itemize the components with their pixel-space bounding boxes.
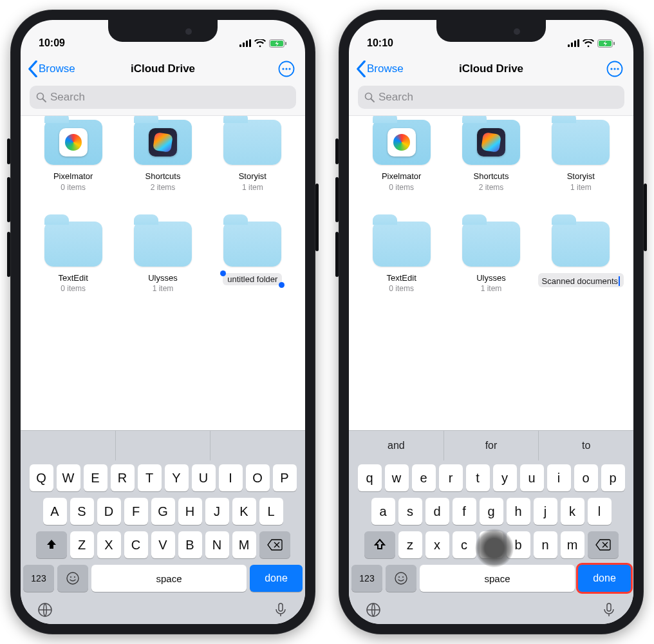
folder-grid[interactable]: Pixelmator 0 items Shortcuts 2 items Sto… [21, 115, 305, 430]
space-key[interactable]: space [420, 565, 575, 592]
key-j[interactable]: J [205, 498, 229, 525]
key-t[interactable]: t [466, 464, 490, 491]
key-x[interactable]: x [425, 531, 449, 558]
numbers-key[interactable]: 123 [351, 565, 382, 592]
folder-item[interactable]: Storyist 1 item [208, 120, 297, 192]
key-q[interactable]: q [358, 464, 382, 491]
key-v[interactable]: V [151, 531, 175, 558]
delete-key[interactable] [259, 531, 290, 558]
key-a[interactable]: a [371, 498, 395, 525]
key-o[interactable]: O [246, 464, 270, 491]
key-e[interactable]: e [412, 464, 436, 491]
globe-icon[interactable] [366, 602, 381, 620]
key-f[interactable]: f [453, 498, 476, 525]
key-o[interactable]: o [574, 464, 598, 491]
key-m[interactable]: m [561, 531, 584, 558]
key-k[interactable]: k [561, 498, 584, 525]
key-e[interactable]: E [84, 464, 107, 491]
key-k[interactable]: K [232, 498, 256, 525]
folder-item[interactable]: TextEdit 0 items [28, 222, 118, 294]
key-i[interactable]: I [219, 464, 243, 491]
folder-item[interactable]: Ulysses 1 item [446, 222, 536, 294]
folder-item[interactable]: Ulysses 1 item [118, 222, 207, 294]
folder-item[interactable]: Shortcuts 2 items [446, 120, 536, 192]
key-n[interactable]: N [205, 531, 229, 558]
delete-key[interactable] [588, 531, 619, 558]
key-x[interactable]: X [97, 531, 121, 558]
key-r[interactable]: R [111, 464, 135, 491]
key-b[interactable]: B [178, 531, 202, 558]
done-key[interactable]: done [250, 565, 303, 592]
folder-item[interactable]: Shortcuts 2 items [118, 120, 207, 192]
emoji-key[interactable] [57, 565, 88, 592]
suggestion[interactable] [21, 431, 116, 460]
key-u[interactable]: U [192, 464, 216, 491]
search-input[interactable]: Search [30, 86, 296, 109]
key-d[interactable]: D [97, 498, 121, 525]
folder-item[interactable]: Storyist 1 item [536, 120, 626, 192]
key-d[interactable]: d [425, 498, 449, 525]
folder-icon [44, 222, 102, 267]
suggestion[interactable]: to [539, 431, 633, 460]
suggestion[interactable] [116, 431, 211, 460]
back-button[interactable]: Browse [354, 58, 405, 80]
suggestion[interactable]: and [349, 431, 444, 460]
key-q[interactable]: Q [30, 464, 53, 491]
folder-grid[interactable]: Pixelmator 0 items Shortcuts 2 items Sto… [349, 115, 633, 430]
key-p[interactable]: p [601, 464, 625, 491]
search-input[interactable]: Search [358, 86, 624, 109]
key-h[interactable]: H [178, 498, 202, 525]
folder-meta: 2 items [151, 183, 176, 192]
key-g[interactable]: G [151, 498, 175, 525]
space-key[interactable]: space [91, 565, 247, 592]
globe-icon[interactable] [37, 602, 53, 620]
key-p[interactable]: P [273, 464, 297, 491]
key-l[interactable]: L [259, 498, 283, 525]
emoji-key[interactable] [386, 565, 416, 592]
key-w[interactable]: w [385, 464, 409, 491]
key-a[interactable]: A [43, 498, 67, 525]
suggestion[interactable]: for [444, 431, 539, 460]
suggestion[interactable] [210, 431, 305, 460]
key-b[interactable]: b [507, 531, 530, 558]
key-n[interactable]: n [534, 531, 557, 558]
shift-key[interactable] [364, 531, 395, 558]
shift-key[interactable] [36, 531, 67, 558]
key-m[interactable]: M [232, 531, 256, 558]
key-i[interactable]: i [547, 464, 571, 491]
folder-item[interactable]: Scanned documents [536, 222, 626, 294]
key-t[interactable]: T [138, 464, 162, 491]
mic-icon[interactable] [601, 602, 617, 620]
folder-item[interactable]: TextEdit 0 items [357, 222, 446, 294]
numbers-key[interactable]: 123 [23, 565, 54, 592]
key-h[interactable]: h [507, 498, 530, 525]
key-c[interactable]: c [453, 531, 476, 558]
more-button[interactable] [273, 58, 300, 80]
done-key[interactable]: done [578, 565, 631, 592]
key-r[interactable]: r [439, 464, 463, 491]
key-z[interactable]: z [398, 531, 422, 558]
key-y[interactable]: Y [165, 464, 189, 491]
back-button[interactable]: Browse [26, 58, 77, 80]
key-z[interactable]: Z [70, 531, 94, 558]
key-l[interactable]: l [588, 498, 612, 525]
key-j[interactable]: j [534, 498, 557, 525]
svg-point-33 [402, 576, 404, 578]
key-c[interactable]: C [124, 531, 148, 558]
key-s[interactable]: s [398, 498, 422, 525]
svg-rect-35 [607, 603, 611, 611]
key-f[interactable]: F [124, 498, 148, 525]
folder-item[interactable]: Pixelmator 0 items [28, 120, 118, 192]
folder-rename-input[interactable]: untitled folder [223, 273, 282, 285]
folder-item[interactable]: untitled folder [208, 222, 297, 294]
key-w[interactable]: W [57, 464, 80, 491]
key-g[interactable]: g [480, 498, 503, 525]
key-u[interactable]: u [520, 464, 544, 491]
more-button[interactable] [601, 58, 628, 80]
mic-icon[interactable] [273, 602, 288, 620]
key-s[interactable]: S [70, 498, 94, 525]
key-y[interactable]: y [493, 464, 517, 491]
folder-rename-input[interactable]: Scanned documents [538, 273, 624, 287]
folder-item[interactable]: Pixelmator 0 items [357, 120, 446, 192]
key-v[interactable]: v [480, 531, 503, 558]
